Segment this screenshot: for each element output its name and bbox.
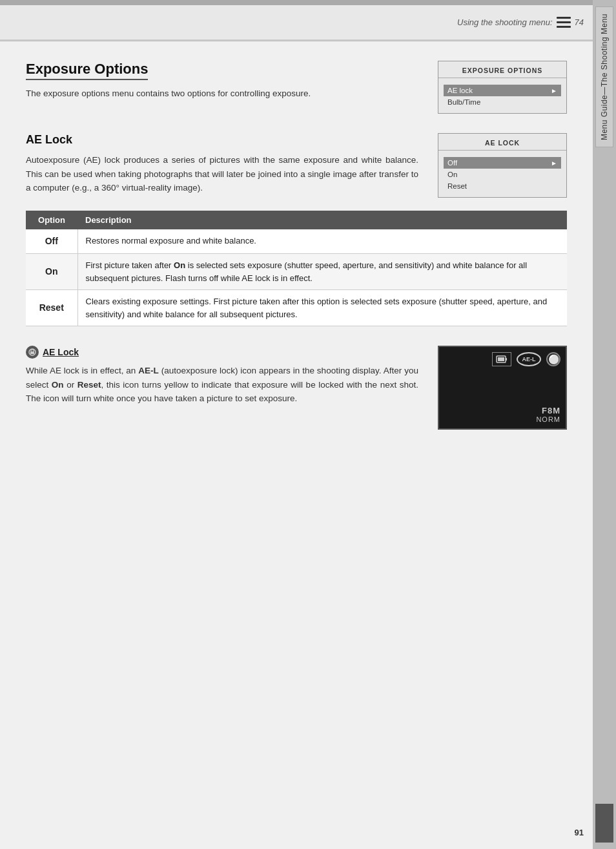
table-row: Reset Clears existing exposure settings.… <box>26 290 567 326</box>
page-lines-decoration <box>597 830 607 837</box>
ae-lock-menu-item-off: Off ► <box>444 157 561 169</box>
exposure-options-title: Exposure Options <box>26 61 148 80</box>
exposure-options-body: The exposure options menu contains two o… <box>26 87 418 101</box>
f-value-display: F8M <box>542 406 560 415</box>
table-row: Off Restores normal exposure and white b… <box>26 229 567 254</box>
exposure-menu-item-bulb: Bulb/Time <box>444 96 561 108</box>
exposure-options-menu-display: EXPOSURE OPTIONS AE lock ► Bulb/Time <box>438 61 567 114</box>
page-line-2 <box>601 830 603 837</box>
ae-lock-note-title: AE Lock <box>43 347 79 357</box>
page-line-3 <box>605 830 607 837</box>
sidebar-tab: Menu Guide—The Shooting Menu <box>595 6 613 147</box>
col-option-header: Option <box>26 211 77 229</box>
ae-lock-menu-display: AE LOCK Off ► On Reset <box>438 133 567 198</box>
row-off-description: Restores normal exposure and white balan… <box>77 229 567 254</box>
row-on-description: First picture taken after On is selected… <box>77 254 567 290</box>
exposure-menu-title: EXPOSURE OPTIONS <box>438 67 566 78</box>
svg-rect-3 <box>506 358 507 361</box>
ae-lock-menu-items: Off ► On Reset <box>438 157 566 192</box>
page-line-1 <box>597 830 599 837</box>
col-description-header: Description <box>77 211 567 229</box>
ae-lock-menu-item-reset: Reset <box>444 180 561 192</box>
shooting-menu-icon <box>557 17 571 28</box>
page-number: 91 <box>575 828 584 837</box>
ae-lock-menu-item-on: On <box>444 169 561 180</box>
exposure-options-section: Exposure Options The exposure options me… <box>26 61 567 114</box>
header-text-area: Using the shooting menu: 74 <box>457 17 584 28</box>
options-table: Option Description Off Restores normal e… <box>26 211 567 326</box>
table-row: On First picture taken after On is selec… <box>26 254 567 290</box>
ae-lock-note-body: While AE lock is in effect, an AE-L (aut… <box>26 364 418 406</box>
exposure-options-text: Exposure Options The exposure options me… <box>26 61 418 114</box>
row-reset-option: Reset <box>26 290 77 326</box>
camera-mode-icon: ⚪ <box>546 352 560 366</box>
header-label: Using the shooting menu: <box>457 17 552 27</box>
svg-rect-4 <box>498 357 504 361</box>
sidebar-label: Menu Guide—The Shooting Menu <box>597 7 611 147</box>
bottom-ae-lock-section: AE Lock While AE lock is in effect, an A… <box>26 346 567 430</box>
top-accent-bar <box>0 0 593 5</box>
camera-display-top: AE-L ⚪ <box>444 352 560 366</box>
ae-lock-menu-title: AE LOCK <box>438 139 566 151</box>
main-content: Exposure Options The exposure options me… <box>0 41 593 443</box>
ae-lock-subtitle: AE Lock <box>26 133 418 147</box>
ae-l-display-icon: AE-L <box>517 352 541 366</box>
ae-lock-arrow: ► <box>551 87 557 94</box>
row-on-option: On <box>26 254 77 290</box>
ae-lock-section: AE Lock Autoexposure (AE) lock produces … <box>26 133 567 198</box>
ae-lock-small-icon <box>26 346 39 359</box>
header-page-ref: 74 <box>575 17 584 27</box>
ae-lock-text: AE Lock Autoexposure (AE) lock produces … <box>26 133 418 198</box>
bottom-ae-lock-text: AE Lock While AE lock is in effect, an A… <box>26 346 418 406</box>
off-arrow: ► <box>551 160 557 167</box>
ae-lock-heading: AE Lock <box>26 346 418 359</box>
table-header-row: Option Description <box>26 211 567 229</box>
row-off-option: Off <box>26 229 77 254</box>
norm-display: NORM <box>536 415 560 423</box>
ae-lock-body: Autoexposure (AE) lock produces a series… <box>26 153 418 195</box>
battery-icon <box>492 352 511 366</box>
right-sidebar: Menu Guide—The Shooting Menu <box>593 0 616 849</box>
exposure-menu-item-ae-lock: AE lock ► <box>444 85 561 96</box>
camera-display-bottom: F8M NORM <box>444 406 560 423</box>
row-reset-description: Clears existing exposure settings. First… <box>77 290 567 326</box>
svg-rect-1 <box>30 351 34 354</box>
exposure-menu-items: AE lock ► Bulb/Time <box>438 85 566 108</box>
camera-display-mockup: AE-L ⚪ F8M NORM <box>438 346 567 430</box>
page-header: Using the shooting menu: 74 <box>0 5 616 41</box>
